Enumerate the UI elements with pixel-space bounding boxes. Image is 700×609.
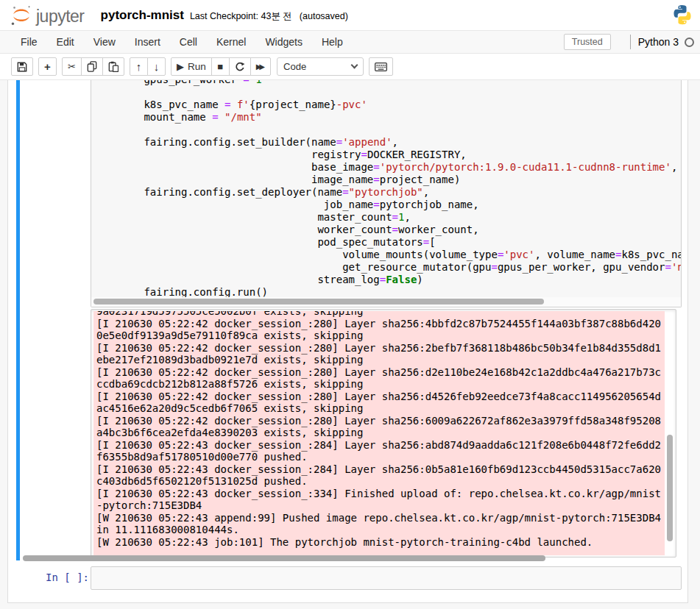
selected-cell-indicator — [16, 80, 20, 560]
autosave-status: (autosaved) — [300, 11, 348, 21]
notebook-scroll-area: gpus_per_worker = 1 k8s_pvc_name = f'{pr… — [0, 80, 700, 609]
copy-icon — [87, 61, 97, 72]
jupyter-logo-icon — [10, 4, 33, 27]
paste-cell-button[interactable] — [102, 57, 124, 76]
command-palette-button[interactable] — [369, 57, 393, 76]
run-button-label: Run — [188, 61, 206, 72]
run-icon: ▶ — [177, 62, 184, 71]
stderr-output: 9a0231719d5975505ce5002b0f exists, skipp… — [93, 311, 665, 555]
code-line: k8s_pvc_name = f'{project_name}-pvc' — [94, 99, 681, 111]
run-cell-button[interactable]: ▶ Run — [171, 57, 212, 76]
kernel-divider — [630, 35, 631, 49]
add-cell-button[interactable]: + — [38, 57, 57, 76]
menu-insert[interactable]: Insert — [125, 31, 170, 53]
menubar: File Edit View Insert Cell Kernel Widget… — [0, 30, 700, 54]
code-line: fairing.config.run() — [94, 286, 681, 297]
input-prompt: In [ ]: — [36, 571, 89, 583]
restart-run-all-button[interactable]: ▶▶ — [250, 57, 271, 76]
toolbar: + ✂ ↑ ↓ ▶ Run — [0, 54, 700, 80]
code-editor[interactable]: gpus_per_worker = 1 k8s_pvc_name = f'{pr… — [91, 80, 682, 307]
empty-code-cell[interactable] — [91, 566, 682, 590]
fast-forward-icon: ▶▶ — [256, 63, 265, 71]
code-line: master_count=1, — [94, 211, 681, 224]
code-line: worker_count=worker_count, — [94, 224, 681, 236]
menu-kernel[interactable]: Kernel — [207, 31, 255, 53]
cell-type-value: Code — [283, 61, 306, 72]
menu-help[interactable]: Help — [312, 31, 353, 53]
move-cell-up-button[interactable]: ↑ — [130, 57, 148, 76]
code-line — [94, 124, 681, 136]
stop-icon: ■ — [217, 62, 223, 71]
menu-view[interactable]: View — [84, 31, 125, 53]
code-line: gpus_per_worker = 1 — [94, 80, 681, 86]
code-scroll-viewport: gpus_per_worker = 1 k8s_pvc_name = f'{pr… — [91, 80, 681, 297]
menu-items: File Edit View Insert Cell Kernel Widget… — [11, 31, 353, 53]
cell-output-box: 9a0231719d5975505ce5002b0f exists, skipp… — [91, 309, 676, 558]
copy-cell-button[interactable] — [81, 57, 103, 76]
code-line: fairing.config.set_deployer(name="pytorc… — [94, 186, 681, 199]
output-hscrollbar-thumb[interactable] — [23, 555, 545, 561]
move-down-icon: ↓ — [154, 61, 160, 72]
jupyter-logo-text: jupyter — [36, 7, 85, 26]
code-line: fairing.config.set_builder(name='append'… — [94, 136, 681, 149]
code-line: base_image='pytorch/pytorch:1.9.0-cuda11… — [94, 161, 681, 174]
code-line: stream_log=False) — [94, 274, 681, 286]
cell-output-log: 9a0231719d5975505ce5002b0f exists, skipp… — [93, 311, 665, 548]
code-line: job_name=pytorchjob_name, — [94, 199, 681, 211]
save-button[interactable] — [11, 57, 33, 76]
code-lines: gpus_per_worker = 1 k8s_pvc_name = f'{pr… — [91, 80, 681, 297]
interrupt-kernel-button[interactable]: ■ — [211, 57, 230, 76]
output-vscrollbar-thumb[interactable] — [667, 435, 673, 541]
move-up-icon: ↑ — [136, 61, 142, 72]
checkpoint-status: Last Checkpoint: 43분 전 — [190, 10, 292, 23]
add-cell-icon: + — [44, 61, 51, 72]
cut-cell-button[interactable]: ✂ — [62, 57, 82, 76]
code-line: mount_name = "/mnt" — [94, 111, 681, 124]
code-hscrollbar-track — [91, 297, 681, 307]
notebook-title[interactable]: pytorch-mnist — [101, 8, 184, 23]
code-line: registry=DOCKER_REGISTRY, — [94, 149, 681, 161]
kernel-name: Python 3 — [638, 36, 679, 48]
jupyter-logo[interactable]: jupyter — [10, 4, 85, 27]
code-line: get_resource_mutator(gpu=gpus_per_worker… — [94, 261, 681, 274]
restart-kernel-button[interactable] — [229, 57, 251, 76]
move-cell-down-button[interactable]: ↓ — [147, 57, 166, 76]
python-logo-icon — [671, 4, 693, 26]
menubar-right: Trusted Python 3 — [564, 31, 694, 53]
code-line: volume_mounts(volume_type='pvc', volume_… — [94, 249, 681, 261]
code-line: pod_spec_mutators=[ — [94, 236, 681, 249]
menu-file[interactable]: File — [11, 31, 47, 53]
code-hscrollbar-thumb[interactable] — [93, 299, 544, 304]
code-line — [94, 86, 681, 99]
trusted-button[interactable]: Trusted — [564, 34, 611, 50]
menu-widgets[interactable]: Widgets — [255, 31, 312, 53]
save-icon — [17, 62, 27, 72]
notebook-header: jupyter pytorch-mnist Last Checkpoint: 4… — [0, 0, 700, 30]
paste-icon — [108, 61, 119, 72]
chevron-down-icon — [351, 62, 358, 69]
menu-cell[interactable]: Cell — [170, 31, 207, 53]
cell-type-select[interactable]: Code — [277, 57, 364, 76]
code-line: image_name=project_name) — [94, 174, 681, 186]
menu-edit[interactable]: Edit — [47, 31, 84, 53]
title-area: pytorch-mnist Last Checkpoint: 43분 전 (au… — [101, 8, 348, 23]
notebook-container: gpus_per_worker = 1 k8s_pvc_name = f'{pr… — [7, 80, 688, 603]
keyboard-icon — [375, 63, 387, 71]
restart-icon — [235, 62, 245, 72]
kernel-idle-icon — [685, 38, 694, 47]
cut-icon: ✂ — [68, 62, 76, 71]
